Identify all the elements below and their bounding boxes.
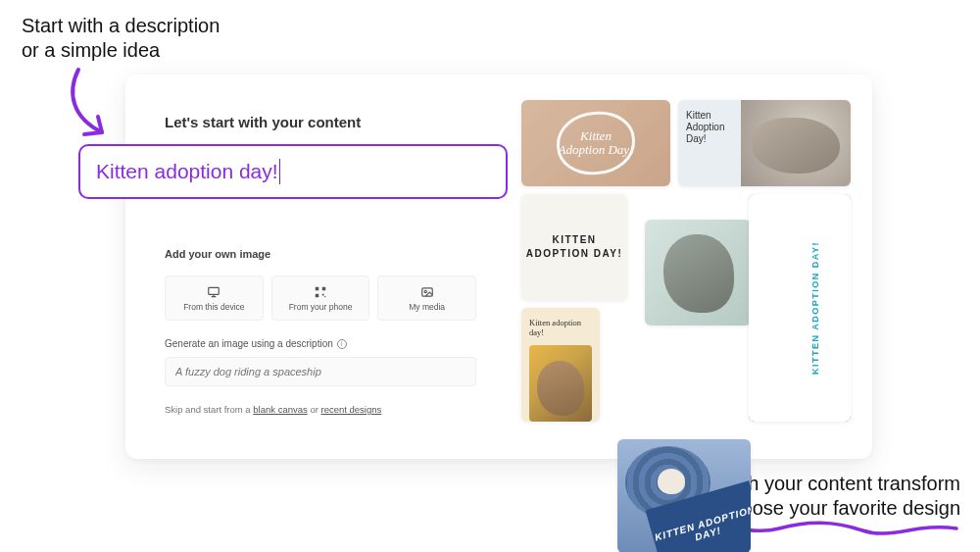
svg-rect-2 bbox=[322, 286, 326, 290]
upload-from-device[interactable]: From this device bbox=[165, 276, 264, 321]
thumb-caption: KITTEN ADOPTION DAY! bbox=[652, 503, 751, 552]
upload-label: My media bbox=[409, 302, 445, 312]
thumb-image bbox=[658, 469, 685, 494]
svg-rect-3 bbox=[316, 293, 319, 297]
info-icon[interactable]: i bbox=[337, 339, 347, 349]
thumb-image bbox=[741, 100, 851, 186]
upload-label: From this device bbox=[183, 302, 244, 312]
thumb-image bbox=[529, 345, 592, 422]
design-thumb-5[interactable]: KITTEN ADOPTION DAY! bbox=[749, 194, 851, 422]
content-pane: Let's start with your content Add text A… bbox=[125, 75, 508, 459]
idea-text-value: Kitten adoption day! bbox=[96, 160, 278, 183]
preview-pane: Kitten Adoption Day! Kitten Adoption Day… bbox=[508, 75, 872, 459]
skip-line: Skip and start from a blank canvas or re… bbox=[165, 404, 476, 415]
thumb-caption: Kitten Adoption Day! bbox=[557, 129, 635, 156]
upload-row: From this device From your phone My medi… bbox=[165, 276, 476, 321]
blank-canvas-link[interactable]: blank canvas bbox=[253, 404, 307, 415]
upload-from-phone[interactable]: From your phone bbox=[271, 276, 370, 321]
text-caret-icon bbox=[279, 159, 281, 184]
design-thumb-2[interactable]: Kitten Adoption Day! bbox=[678, 100, 851, 186]
svg-rect-5 bbox=[324, 296, 325, 297]
upload-my-media[interactable]: My media bbox=[377, 276, 476, 321]
thumb-caption: KITTEN ADOPTION DAY! bbox=[521, 233, 627, 262]
design-thumb-7[interactable]: KITTEN ADOPTION DAY! bbox=[617, 439, 751, 552]
monitor-icon bbox=[207, 285, 220, 299]
upload-label: From your phone bbox=[289, 302, 353, 312]
design-thumb-3[interactable]: KITTEN ADOPTION DAY! bbox=[521, 194, 627, 300]
design-thumb-6[interactable]: Kitten adoption day! bbox=[521, 308, 600, 422]
pane-heading: Let's start with your content bbox=[165, 114, 476, 130]
media-icon bbox=[420, 285, 434, 299]
add-image-label: Add your own image bbox=[165, 248, 476, 260]
generate-input[interactable] bbox=[165, 357, 476, 386]
annotation-top: Start with a description or a simple ide… bbox=[22, 14, 220, 63]
svg-point-7 bbox=[424, 290, 426, 292]
thumb-caption: Kitten adoption day! bbox=[529, 318, 592, 337]
idea-text-input[interactable]: Kitten adoption day! bbox=[78, 144, 508, 199]
design-thumb-4[interactable] bbox=[645, 220, 751, 326]
svg-rect-0 bbox=[209, 287, 220, 294]
thumb-caption: KITTEN ADOPTION DAY! bbox=[810, 241, 820, 375]
designer-card: Let's start with your content Add text A… bbox=[125, 75, 872, 459]
recent-designs-link[interactable]: recent designs bbox=[320, 404, 381, 415]
svg-rect-1 bbox=[316, 286, 319, 290]
qrcode-icon bbox=[314, 285, 327, 299]
thumb-caption: Kitten Adoption Day! bbox=[678, 100, 741, 186]
design-thumb-1[interactable]: Kitten Adoption Day! bbox=[521, 100, 670, 186]
svg-rect-4 bbox=[322, 293, 324, 295]
generate-label: Generate an image using a description i bbox=[165, 338, 476, 349]
